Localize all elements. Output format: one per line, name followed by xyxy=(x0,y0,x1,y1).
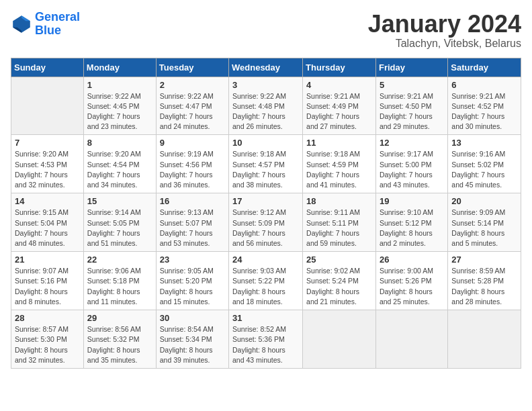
day-info: Sunrise: 9:22 AM Sunset: 4:47 PM Dayligh… xyxy=(160,91,225,132)
calendar-cell: 5Sunrise: 9:21 AM Sunset: 4:50 PM Daylig… xyxy=(375,77,447,135)
calendar-cell: 29Sunrise: 8:56 AM Sunset: 5:32 PM Dayli… xyxy=(83,310,156,369)
calendar-cell: 26Sunrise: 9:00 AM Sunset: 5:26 PM Dayli… xyxy=(375,252,447,310)
day-info: Sunrise: 9:17 AM Sunset: 5:00 PM Dayligh… xyxy=(380,149,444,190)
day-number: 13 xyxy=(451,138,517,148)
day-info: Sunrise: 9:20 AM Sunset: 4:54 PM Dayligh… xyxy=(87,149,152,190)
calendar-cell: 22Sunrise: 9:06 AM Sunset: 5:18 PM Dayli… xyxy=(83,252,156,310)
calendar-cell: 11Sunrise: 9:18 AM Sunset: 4:59 PM Dayli… xyxy=(303,135,376,193)
calendar-cell xyxy=(303,310,376,369)
day-info: Sunrise: 9:00 AM Sunset: 5:26 PM Dayligh… xyxy=(380,266,444,307)
calendar-table: SundayMondayTuesdayWednesdayThursdayFrid… xyxy=(11,58,521,369)
day-info: Sunrise: 9:21 AM Sunset: 4:50 PM Dayligh… xyxy=(380,91,444,132)
day-info: Sunrise: 9:03 AM Sunset: 5:22 PM Dayligh… xyxy=(232,266,299,307)
calendar-cell: 23Sunrise: 9:05 AM Sunset: 5:20 PM Dayli… xyxy=(156,252,228,310)
day-number: 19 xyxy=(380,196,444,206)
calendar-cell: 19Sunrise: 9:10 AM Sunset: 5:12 PM Dayli… xyxy=(375,193,447,252)
calendar-cell xyxy=(448,310,521,369)
calendar-cell xyxy=(375,310,447,369)
calendar-body: 1Sunrise: 9:22 AM Sunset: 4:45 PM Daylig… xyxy=(11,77,521,368)
weekday-header-row: SundayMondayTuesdayWednesdayThursdayFrid… xyxy=(11,58,521,77)
day-number: 17 xyxy=(232,196,299,206)
calendar-cell xyxy=(11,77,84,135)
weekday-header-cell: Tuesday xyxy=(156,58,228,77)
day-number: 24 xyxy=(232,255,299,265)
location-subtitle: Talachyn, Vitebsk, Belarus xyxy=(368,38,521,50)
calendar-cell: 8Sunrise: 9:20 AM Sunset: 4:54 PM Daylig… xyxy=(83,135,156,193)
day-number: 28 xyxy=(15,313,80,323)
calendar-cell: 28Sunrise: 8:57 AM Sunset: 5:30 PM Dayli… xyxy=(11,310,84,369)
day-number: 3 xyxy=(232,80,299,90)
calendar-cell: 18Sunrise: 9:11 AM Sunset: 5:11 PM Dayli… xyxy=(303,193,376,252)
day-info: Sunrise: 9:06 AM Sunset: 5:18 PM Dayligh… xyxy=(87,266,152,307)
day-info: Sunrise: 9:15 AM Sunset: 5:04 PM Dayligh… xyxy=(15,208,80,248)
day-info: Sunrise: 9:18 AM Sunset: 4:57 PM Dayligh… xyxy=(232,149,299,190)
day-info: Sunrise: 9:02 AM Sunset: 5:24 PM Dayligh… xyxy=(306,266,372,307)
day-info: Sunrise: 8:52 AM Sunset: 5:36 PM Dayligh… xyxy=(232,324,299,365)
month-title: January 2024 xyxy=(368,11,521,38)
day-number: 30 xyxy=(160,313,225,323)
calendar-week-row: 28Sunrise: 8:57 AM Sunset: 5:30 PM Dayli… xyxy=(11,310,521,369)
day-info: Sunrise: 8:59 AM Sunset: 5:28 PM Dayligh… xyxy=(451,266,517,307)
day-info: Sunrise: 9:22 AM Sunset: 4:45 PM Dayligh… xyxy=(87,91,152,132)
day-info: Sunrise: 9:18 AM Sunset: 4:59 PM Dayligh… xyxy=(306,149,372,190)
calendar-cell: 17Sunrise: 9:12 AM Sunset: 5:09 PM Dayli… xyxy=(229,193,303,252)
day-info: Sunrise: 9:12 AM Sunset: 5:09 PM Dayligh… xyxy=(232,208,299,248)
weekday-header-cell: Thursday xyxy=(303,58,376,77)
calendar-cell: 2Sunrise: 9:22 AM Sunset: 4:47 PM Daylig… xyxy=(156,77,228,135)
day-number: 29 xyxy=(87,313,152,323)
day-info: Sunrise: 8:54 AM Sunset: 5:34 PM Dayligh… xyxy=(160,324,225,365)
day-info: Sunrise: 8:57 AM Sunset: 5:30 PM Dayligh… xyxy=(15,324,80,365)
calendar-week-row: 1Sunrise: 9:22 AM Sunset: 4:45 PM Daylig… xyxy=(11,77,521,135)
calendar-cell: 9Sunrise: 9:19 AM Sunset: 4:56 PM Daylig… xyxy=(156,135,228,193)
day-number: 14 xyxy=(15,196,80,206)
calendar-cell: 15Sunrise: 9:14 AM Sunset: 5:05 PM Dayli… xyxy=(83,193,156,252)
calendar-cell: 27Sunrise: 8:59 AM Sunset: 5:28 PM Dayli… xyxy=(448,252,521,310)
calendar-week-row: 7Sunrise: 9:20 AM Sunset: 4:53 PM Daylig… xyxy=(11,135,521,193)
day-info: Sunrise: 9:13 AM Sunset: 5:07 PM Dayligh… xyxy=(160,208,225,248)
calendar-cell: 3Sunrise: 9:22 AM Sunset: 4:48 PM Daylig… xyxy=(229,77,303,135)
title-block: January 2024 Talachyn, Vitebsk, Belarus xyxy=(368,11,521,50)
calendar-cell: 30Sunrise: 8:54 AM Sunset: 5:34 PM Dayli… xyxy=(156,310,228,369)
calendar-cell: 1Sunrise: 9:22 AM Sunset: 4:45 PM Daylig… xyxy=(83,77,156,135)
day-number: 9 xyxy=(160,138,225,148)
day-info: Sunrise: 9:21 AM Sunset: 4:49 PM Dayligh… xyxy=(306,91,372,132)
calendar-cell: 4Sunrise: 9:21 AM Sunset: 4:49 PM Daylig… xyxy=(303,77,376,135)
day-number: 15 xyxy=(87,196,152,206)
day-number: 20 xyxy=(451,196,517,206)
weekday-header-cell: Saturday xyxy=(448,58,521,77)
day-info: Sunrise: 8:56 AM Sunset: 5:32 PM Dayligh… xyxy=(87,324,152,365)
day-info: Sunrise: 9:05 AM Sunset: 5:20 PM Dayligh… xyxy=(160,266,225,307)
calendar-cell: 31Sunrise: 8:52 AM Sunset: 5:36 PM Dayli… xyxy=(229,310,303,369)
day-info: Sunrise: 9:09 AM Sunset: 5:14 PM Dayligh… xyxy=(451,208,517,248)
logo-icon xyxy=(11,13,32,35)
calendar-cell: 25Sunrise: 9:02 AM Sunset: 5:24 PM Dayli… xyxy=(303,252,376,310)
logo: General Blue xyxy=(11,11,80,38)
calendar-cell: 13Sunrise: 9:16 AM Sunset: 5:02 PM Dayli… xyxy=(448,135,521,193)
calendar-cell: 12Sunrise: 9:17 AM Sunset: 5:00 PM Dayli… xyxy=(375,135,447,193)
day-number: 1 xyxy=(87,80,152,90)
day-number: 2 xyxy=(160,80,225,90)
day-number: 10 xyxy=(232,138,299,148)
page-header: General Blue January 2024 Talachyn, Vite… xyxy=(11,11,521,50)
weekday-header-cell: Sunday xyxy=(11,58,84,77)
calendar-cell: 7Sunrise: 9:20 AM Sunset: 4:53 PM Daylig… xyxy=(11,135,84,193)
calendar-cell: 10Sunrise: 9:18 AM Sunset: 4:57 PM Dayli… xyxy=(229,135,303,193)
weekday-header-cell: Wednesday xyxy=(229,58,303,77)
day-number: 11 xyxy=(306,138,372,148)
day-number: 5 xyxy=(380,80,444,90)
day-number: 31 xyxy=(232,313,299,323)
calendar-cell: 20Sunrise: 9:09 AM Sunset: 5:14 PM Dayli… xyxy=(448,193,521,252)
calendar-week-row: 21Sunrise: 9:07 AM Sunset: 5:16 PM Dayli… xyxy=(11,252,521,310)
day-number: 16 xyxy=(160,196,225,206)
day-number: 6 xyxy=(451,80,517,90)
day-number: 23 xyxy=(160,255,225,265)
day-info: Sunrise: 9:22 AM Sunset: 4:48 PM Dayligh… xyxy=(232,91,299,132)
calendar-cell: 21Sunrise: 9:07 AM Sunset: 5:16 PM Dayli… xyxy=(11,252,84,310)
day-info: Sunrise: 9:19 AM Sunset: 4:56 PM Dayligh… xyxy=(160,149,225,190)
day-number: 25 xyxy=(306,255,372,265)
calendar-cell: 6Sunrise: 9:21 AM Sunset: 4:52 PM Daylig… xyxy=(448,77,521,135)
day-info: Sunrise: 9:07 AM Sunset: 5:16 PM Dayligh… xyxy=(15,266,80,307)
day-number: 27 xyxy=(451,255,517,265)
calendar-cell: 24Sunrise: 9:03 AM Sunset: 5:22 PM Dayli… xyxy=(229,252,303,310)
day-number: 21 xyxy=(15,255,80,265)
